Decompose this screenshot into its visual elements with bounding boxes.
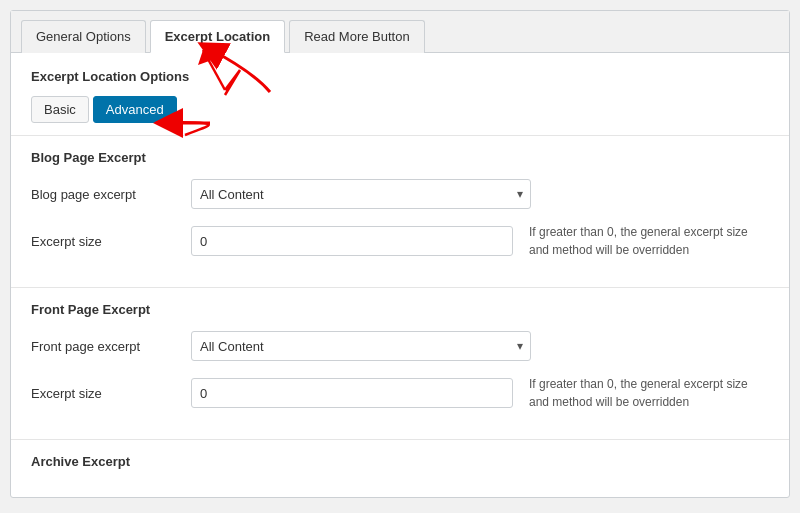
blog-page-excerpt-section: Blog Page Excerpt Blog page excerpt All … [11, 136, 789, 287]
tab-bar: General Options Excerpt Location Read Mo… [11, 11, 789, 53]
front-excerpt-size-row: Excerpt size If greater than 0, the gene… [31, 375, 769, 411]
blog-page-excerpt-row: Blog page excerpt All Content Excerpt No… [31, 179, 769, 209]
tab-read-more-button[interactable]: Read More Button [289, 20, 425, 53]
blog-excerpt-size-row: Excerpt size If greater than 0, the gene… [31, 223, 769, 259]
excerpt-location-options-title: Excerpt Location Options [31, 69, 769, 84]
blog-excerpt-size-label: Excerpt size [31, 234, 191, 249]
blog-page-excerpt-title: Blog Page Excerpt [31, 150, 769, 165]
sub-tab-bar: Basic Advanced [31, 96, 769, 123]
front-page-excerpt-label: Front page excerpt [31, 339, 191, 354]
archive-excerpt-title: Archive Excerpt [31, 454, 769, 469]
settings-panel: General Options Excerpt Location Read Mo… [10, 10, 790, 498]
front-page-excerpt-select-wrapper: All Content Excerpt None [191, 331, 531, 361]
blog-excerpt-size-hint: If greater than 0, the general excerpt s… [529, 223, 769, 259]
blog-excerpt-size-input[interactable] [191, 226, 513, 256]
front-page-excerpt-section: Front Page Excerpt Front page excerpt Al… [11, 288, 789, 439]
tab-general-options[interactable]: General Options [21, 20, 146, 53]
archive-excerpt-section: Archive Excerpt [11, 440, 789, 497]
sub-tab-basic[interactable]: Basic [31, 96, 89, 123]
front-page-excerpt-row: Front page excerpt All Content Excerpt N… [31, 331, 769, 361]
blog-page-excerpt-select-wrapper: All Content Excerpt None [191, 179, 531, 209]
tab-excerpt-location[interactable]: Excerpt Location [150, 20, 285, 53]
blog-page-excerpt-select[interactable]: All Content Excerpt None [191, 179, 531, 209]
front-page-excerpt-select[interactable]: All Content Excerpt None [191, 331, 531, 361]
front-excerpt-size-label: Excerpt size [31, 386, 191, 401]
sub-tab-advanced[interactable]: Advanced [93, 96, 177, 123]
page-container: General Options Excerpt Location Read Mo… [10, 10, 790, 498]
blog-page-excerpt-label: Blog page excerpt [31, 187, 191, 202]
front-excerpt-size-input[interactable] [191, 378, 513, 408]
excerpt-location-options-section: Excerpt Location Options Basic Advanced [11, 53, 789, 135]
front-excerpt-size-hint: If greater than 0, the general excerpt s… [529, 375, 769, 411]
front-page-excerpt-title: Front Page Excerpt [31, 302, 769, 317]
